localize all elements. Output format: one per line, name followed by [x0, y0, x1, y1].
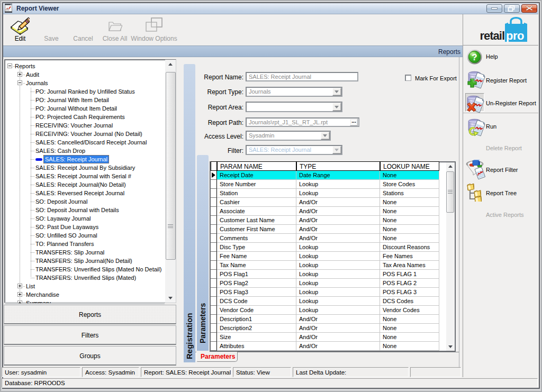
- svg-text:?: ?: [472, 52, 477, 62]
